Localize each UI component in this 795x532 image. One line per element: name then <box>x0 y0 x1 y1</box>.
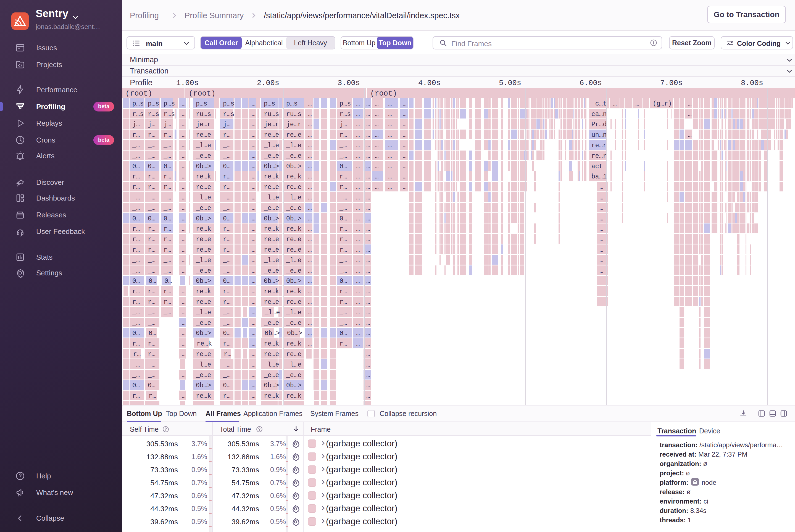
svg-text:…: … <box>600 236 603 243</box>
svg-text:r…: r… <box>340 184 347 191</box>
svg-text:_l…e: _l…e <box>286 361 301 368</box>
svg-text:_…: _… <box>223 194 231 201</box>
svg-text:…: … <box>375 111 379 118</box>
svg-text:re…r: re…r <box>591 142 607 149</box>
svg-text:r…: r… <box>340 132 347 139</box>
svg-text:r…: r… <box>164 236 171 243</box>
svg-text:…: … <box>635 100 639 108</box>
svg-text:…: … <box>252 100 255 108</box>
svg-text:…: … <box>182 215 186 222</box>
svg-text:re…k: re…k <box>286 288 301 295</box>
svg-text:…: … <box>252 393 255 400</box>
svg-text:0…: 0… <box>132 382 140 389</box>
svg-text:…: … <box>252 278 255 285</box>
svg-text:r…: r… <box>340 340 347 347</box>
svg-text:re…e: re…e <box>196 236 211 243</box>
svg-text:_l…e: _l…e <box>195 194 211 201</box>
svg-text:…: … <box>366 340 370 347</box>
svg-text:…: … <box>308 132 312 139</box>
svg-text:re…k: re…k <box>196 288 211 295</box>
svg-text:r…: r… <box>132 132 140 139</box>
svg-text:…: … <box>356 330 360 337</box>
svg-text:…: … <box>366 163 370 170</box>
svg-text:…: … <box>308 299 312 306</box>
svg-text:…: … <box>366 132 370 139</box>
svg-text:re…e: re…e <box>196 132 211 139</box>
svg-text:…: … <box>356 205 360 212</box>
svg-text:(g…r): (g…r) <box>653 100 672 108</box>
svg-text:…: … <box>388 173 392 180</box>
svg-text:…: … <box>182 340 186 347</box>
svg-text:_…: _… <box>132 194 140 201</box>
svg-text:_…: _… <box>132 142 140 149</box>
svg-text:_…: _… <box>339 267 347 274</box>
svg-text:…: … <box>356 340 360 347</box>
svg-text:…: … <box>182 173 186 180</box>
svg-text:…: … <box>403 184 406 191</box>
svg-text:r…: r… <box>133 351 141 358</box>
svg-text:_e…e: _e…e <box>286 205 301 212</box>
svg-text:…: … <box>613 100 617 108</box>
svg-text:…: … <box>403 152 406 160</box>
svg-text:r…: r… <box>148 351 155 358</box>
svg-text:…: … <box>182 257 186 264</box>
svg-text:re…e: re…e <box>264 299 279 306</box>
svg-text:…: … <box>388 142 392 149</box>
svg-text:0b…>: 0b…> <box>286 215 301 222</box>
svg-text:…: … <box>688 100 692 108</box>
svg-text:…: … <box>308 320 312 327</box>
svg-text:_e…e: _e…e <box>286 267 301 274</box>
svg-text:re…e: re…e <box>286 351 301 358</box>
svg-text:…: … <box>356 225 360 232</box>
svg-text:r…: r… <box>132 173 140 180</box>
svg-text:_…: _… <box>163 152 171 160</box>
svg-text:…: … <box>366 330 370 337</box>
svg-text:…: … <box>252 163 255 170</box>
svg-text:_e…e: _e…e <box>286 152 301 160</box>
svg-text:re…k: re…k <box>196 225 211 232</box>
svg-text:…: … <box>356 257 360 264</box>
svg-text:…: … <box>252 267 255 274</box>
svg-text:0…: 0… <box>340 330 347 337</box>
svg-text:ru…s: ru…s <box>286 111 301 118</box>
svg-text:re…e: re…e <box>286 132 301 139</box>
svg-text:r…: r… <box>340 299 347 306</box>
svg-text:…: … <box>308 278 312 285</box>
svg-text:re…k: re…k <box>196 393 211 400</box>
svg-text:…: … <box>375 173 379 180</box>
svg-text:…: … <box>388 163 392 170</box>
svg-text:r…: r… <box>223 393 231 400</box>
svg-text:r…: r… <box>340 288 347 295</box>
svg-text:…: … <box>366 257 370 264</box>
svg-text:_…: _… <box>223 142 231 149</box>
svg-text:…: … <box>182 111 186 118</box>
svg-text:r…: r… <box>132 393 140 400</box>
svg-text:_l…e: _l…e <box>195 309 211 316</box>
svg-text:…: … <box>366 320 370 327</box>
svg-text:_…: _… <box>223 257 231 264</box>
svg-text:…: … <box>308 340 312 347</box>
svg-text:…: … <box>308 215 312 222</box>
svg-text:…: … <box>308 288 312 295</box>
svg-text:act: act <box>591 163 603 170</box>
svg-text:…: … <box>375 121 379 128</box>
svg-text:_…: _… <box>132 267 140 274</box>
svg-text:_…: _… <box>223 205 231 212</box>
svg-text:0b…>: 0b…> <box>286 382 301 389</box>
svg-text:…: … <box>182 152 186 160</box>
svg-text:0…: 0… <box>340 163 347 170</box>
svg-text:r…s: r…s <box>148 111 159 118</box>
svg-text:…: … <box>366 142 370 149</box>
svg-text:_e…e: _e…e <box>264 320 279 327</box>
svg-text:_…: _… <box>163 257 171 264</box>
svg-text:…: … <box>366 121 370 128</box>
svg-text:…: … <box>388 184 392 191</box>
svg-text:…: … <box>688 132 692 139</box>
svg-text:je…r: je…r <box>264 121 279 128</box>
svg-text:…: … <box>308 194 312 201</box>
svg-text:…: … <box>403 100 406 108</box>
svg-text:…: … <box>252 142 255 149</box>
svg-text:…: … <box>366 403 370 405</box>
svg-text:re…k: re…k <box>264 173 279 180</box>
svg-text:…: … <box>366 173 370 180</box>
